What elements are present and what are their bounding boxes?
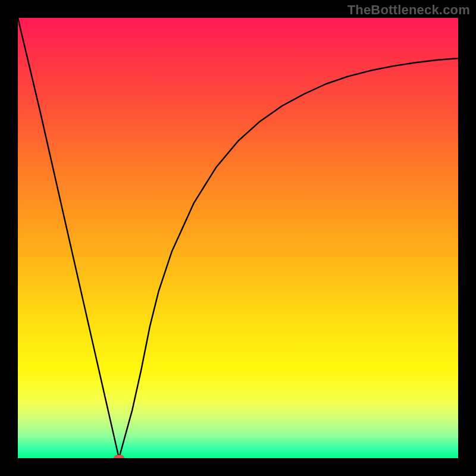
plot-area (18, 18, 458, 458)
curve-svg (18, 18, 458, 458)
minimum-marker (114, 455, 124, 459)
watermark-text: TheBottleneck.com (347, 2, 470, 18)
bottleneck-curve (18, 18, 458, 458)
chart-frame: TheBottleneck.com (0, 0, 476, 476)
